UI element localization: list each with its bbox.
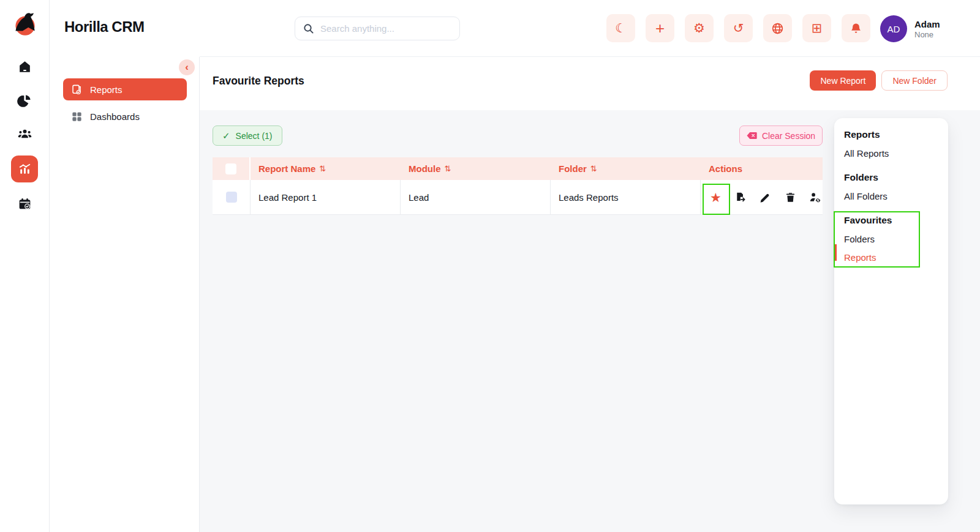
app-title: Horilla CRM bbox=[64, 18, 145, 36]
cell-module: Lead bbox=[401, 180, 551, 214]
settings-button[interactable]: ⚙ bbox=[685, 14, 714, 42]
dark-mode-button[interactable]: ☾ bbox=[606, 14, 635, 42]
sort-icon[interactable]: ⇅ bbox=[445, 164, 451, 173]
sidebar-item-contacts[interactable] bbox=[12, 122, 37, 146]
sidebar-item-home[interactable] bbox=[12, 54, 37, 79]
collapse-sidebar-button[interactable]: ‹ bbox=[179, 59, 195, 75]
favourite-star-button[interactable]: ★ bbox=[709, 190, 722, 204]
cell-report-name: Lead Report 1 bbox=[251, 180, 401, 214]
new-report-button[interactable]: New Report bbox=[810, 70, 876, 91]
filter-item-favourite-folders[interactable]: Folders bbox=[844, 234, 938, 244]
search-icon bbox=[303, 23, 314, 34]
page-title: Favourite Reports bbox=[213, 75, 304, 88]
edit-report-button[interactable] bbox=[759, 190, 772, 204]
plus-icon: + bbox=[655, 20, 665, 36]
gear-icon: ⚙ bbox=[693, 21, 705, 36]
header-actions: ☾ + ⚙ ↺ ⊞ bbox=[606, 14, 870, 42]
moon-icon: ☾ bbox=[615, 21, 627, 36]
sidebar-item-label: Dashboards bbox=[90, 111, 140, 122]
filter-item-all-folders[interactable]: All Folders bbox=[844, 191, 938, 201]
notifications-button[interactable] bbox=[842, 14, 870, 42]
filter-group-title-favourites: Favourites bbox=[844, 215, 938, 226]
language-button[interactable] bbox=[763, 14, 792, 42]
people-icon bbox=[17, 127, 32, 142]
select-button[interactable]: ✓ Select (1) bbox=[213, 126, 282, 146]
bar-chart-icon bbox=[17, 162, 32, 177]
reassign-report-button[interactable] bbox=[809, 190, 821, 204]
home-icon bbox=[17, 59, 32, 75]
user-menu[interactable]: AD Adam None bbox=[880, 15, 940, 42]
page-header: Favourite Reports New Report New Folder bbox=[200, 57, 980, 110]
report-document-icon bbox=[71, 84, 83, 96]
pencil-icon bbox=[760, 192, 771, 203]
sidebar-item-reports-menu[interactable]: Reports bbox=[63, 78, 187, 100]
apps-button[interactable]: ⊞ bbox=[802, 14, 831, 42]
apps-grid-icon: ⊞ bbox=[812, 21, 823, 36]
dashboard-grid-icon bbox=[71, 111, 83, 122]
star-icon: ★ bbox=[710, 191, 722, 204]
column-header-module: Module bbox=[409, 163, 441, 174]
person-sync-icon bbox=[809, 192, 821, 203]
table-header-row: Report Name ⇅ Module ⇅ Folder ⇅ Actions bbox=[213, 157, 823, 180]
search-input[interactable] bbox=[320, 23, 451, 34]
check-icon: ✓ bbox=[222, 130, 230, 141]
bell-icon bbox=[850, 22, 862, 35]
filter-item-all-reports[interactable]: All Reports bbox=[844, 148, 938, 159]
column-header-folder: Folder bbox=[559, 163, 587, 174]
cell-actions: ★ bbox=[701, 180, 821, 214]
user-name: Adam bbox=[914, 19, 940, 29]
page-actions: New Report New Folder bbox=[810, 70, 948, 91]
app-logo-gorilla-icon[interactable] bbox=[9, 7, 40, 38]
sort-icon[interactable]: ⇅ bbox=[590, 164, 597, 173]
sort-icon[interactable]: ⇅ bbox=[319, 164, 326, 173]
backspace-icon bbox=[747, 132, 757, 140]
sidebar-item-analytics[interactable] bbox=[12, 88, 37, 113]
sidebar-item-reports[interactable] bbox=[11, 155, 38, 182]
export-report-button[interactable] bbox=[734, 190, 747, 204]
header-divider bbox=[200, 56, 980, 57]
user-role: None bbox=[914, 30, 940, 39]
primary-nav bbox=[0, 54, 49, 216]
search-box[interactable] bbox=[295, 17, 460, 40]
active-item-indicator bbox=[834, 244, 837, 261]
filter-group-title-folders: Folders bbox=[844, 172, 938, 183]
trash-icon bbox=[785, 192, 796, 203]
new-folder-button[interactable]: New Folder bbox=[881, 70, 948, 91]
sidebar-item-schedule[interactable] bbox=[12, 192, 37, 216]
filter-panel: Reports All Reports Folders All Folders … bbox=[834, 118, 948, 504]
chevron-left-icon: ‹ bbox=[185, 62, 189, 72]
export-icon bbox=[734, 192, 746, 203]
cell-folder: Leads Reports bbox=[551, 180, 701, 214]
secondary-sidebar: Horilla CRM ‹ Reports Dashboards bbox=[50, 0, 200, 532]
user-info: Adam None bbox=[914, 19, 940, 39]
delete-report-button[interactable] bbox=[784, 190, 797, 204]
clear-session-label: Clear Session bbox=[762, 131, 815, 141]
reports-table: Report Name ⇅ Module ⇅ Folder ⇅ Actions … bbox=[213, 157, 823, 215]
app-root: Horilla CRM ‹ Reports Dashboards bbox=[0, 0, 980, 532]
sidebar-item-dashboards-menu[interactable]: Dashboards bbox=[63, 107, 187, 126]
column-header-actions: Actions bbox=[709, 163, 742, 174]
quick-add-button[interactable]: + bbox=[646, 14, 674, 42]
select-all-checkbox[interactable] bbox=[225, 163, 236, 174]
table-row: Lead Report 1 Lead Leads Reports ★ bbox=[213, 180, 823, 215]
filter-group-title-reports: Reports bbox=[844, 129, 938, 140]
select-button-label: Select (1) bbox=[236, 131, 273, 141]
filter-item-favourite-reports[interactable]: Reports bbox=[844, 252, 938, 263]
history-icon: ↺ bbox=[733, 21, 744, 36]
history-button[interactable]: ↺ bbox=[724, 14, 753, 42]
globe-icon bbox=[771, 22, 784, 35]
sidebar-item-label: Reports bbox=[90, 84, 123, 95]
row-checkbox[interactable] bbox=[226, 192, 237, 203]
primary-sidebar bbox=[0, 0, 50, 532]
clear-session-button[interactable]: Clear Session bbox=[739, 126, 823, 146]
pie-chart-icon bbox=[17, 93, 32, 108]
avatar[interactable]: AD bbox=[880, 15, 907, 42]
calendar-check-icon bbox=[17, 197, 32, 212]
column-header-report-name: Report Name bbox=[258, 163, 315, 174]
